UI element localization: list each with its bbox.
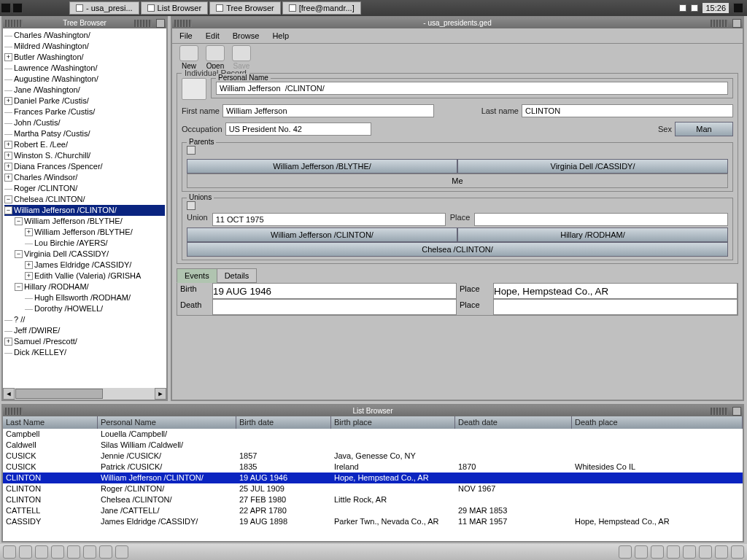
tree-item[interactable]: +Butler /Washington/ bbox=[4, 52, 165, 63]
table-row[interactable]: CATTELLJane /CATTELL/22 APR 178029 MAR 1… bbox=[3, 505, 743, 516]
launcher-icon[interactable] bbox=[67, 545, 80, 559]
launcher-icon[interactable] bbox=[51, 545, 64, 559]
launcher-icon[interactable] bbox=[19, 545, 32, 559]
tab-events[interactable]: Events bbox=[177, 268, 217, 283]
personal-name-input[interactable] bbox=[216, 82, 728, 95]
table-row[interactable]: CLINTONChelsea /CLINTON/27 FEB 1980Littl… bbox=[3, 494, 743, 505]
unions-checkbox[interactable] bbox=[187, 201, 196, 210]
tray-icon[interactable] bbox=[715, 545, 728, 559]
task-item[interactable]: [free@mandr...] bbox=[282, 1, 361, 15]
column-header[interactable]: Birth place bbox=[331, 416, 455, 429]
expand-icon[interactable]: + bbox=[25, 272, 33, 280]
tree-item[interactable]: —Lawrence /Washington/ bbox=[4, 63, 165, 74]
union-date-input[interactable] bbox=[212, 213, 446, 226]
tree-item[interactable]: —Augustine /Washington/ bbox=[4, 74, 165, 85]
expand-icon[interactable]: + bbox=[25, 228, 33, 236]
tree-item[interactable]: −Chelsea /CLINTON/ bbox=[4, 194, 165, 205]
tray-icon[interactable] bbox=[651, 545, 664, 559]
death-date-input[interactable] bbox=[212, 299, 457, 315]
task-item[interactable]: Tree Browser bbox=[209, 1, 281, 15]
collapse-icon[interactable]: − bbox=[15, 217, 23, 225]
collapse-icon[interactable]: − bbox=[15, 250, 23, 258]
menu-browse[interactable]: Browse bbox=[233, 31, 260, 40]
tray-icon[interactable] bbox=[699, 545, 712, 559]
tree-item[interactable]: —Mildred /Washington/ bbox=[4, 41, 165, 52]
close-icon[interactable] bbox=[732, 19, 741, 28]
table-row[interactable]: CASSIDYJames Eldridge /CASSIDY/19 AUG 18… bbox=[3, 516, 743, 527]
launcher-icon[interactable] bbox=[99, 545, 112, 559]
table-row[interactable]: CampbellLouella /Campbell/ bbox=[3, 429, 743, 440]
collapse-icon[interactable]: − bbox=[15, 283, 23, 291]
column-header[interactable]: Death date bbox=[455, 416, 572, 429]
list-rows[interactable]: CampbellLouella /Campbell/CaldwellSilas … bbox=[3, 429, 743, 527]
tray-icon[interactable] bbox=[731, 545, 744, 559]
mother-button[interactable]: Virginia Dell /CASSIDY/ bbox=[457, 159, 728, 174]
tray-icon[interactable] bbox=[683, 545, 696, 559]
table-row[interactable]: CLINTONRoger /CLINTON/25 JUL 1909NOV 196… bbox=[3, 483, 743, 494]
tray-icon[interactable] bbox=[635, 545, 648, 559]
launcher-icon[interactable] bbox=[3, 545, 16, 559]
pager-icon[interactable] bbox=[12, 3, 23, 13]
menu-file[interactable]: File bbox=[179, 31, 193, 40]
tree-item[interactable]: +Samuel /Prescott/ bbox=[4, 336, 165, 347]
spouse-button[interactable]: Hillary /RODHAM/ bbox=[457, 228, 728, 242]
tree-item[interactable]: +Robert E. /Lee/ bbox=[4, 139, 165, 150]
tree-item[interactable]: —Dorothy /HOWELL/ bbox=[4, 303, 165, 314]
tree-item[interactable]: −Virginia Dell /CASSIDY/ bbox=[4, 249, 165, 260]
minimize-icon[interactable] bbox=[156, 19, 165, 28]
tree-item[interactable]: +Winston S. /Churchill/ bbox=[4, 150, 165, 161]
tree-item[interactable]: —Hugh Ellsworth /RODHAM/ bbox=[4, 292, 165, 303]
menu-help[interactable]: Help bbox=[272, 31, 289, 40]
pager-icon[interactable] bbox=[1, 3, 11, 13]
father-button[interactable]: William Jefferson /BLYTHE/ bbox=[187, 159, 457, 174]
tree-item[interactable]: +Daniel Parke /Custis/ bbox=[4, 96, 165, 106]
tree-item[interactable]: —John /Custis/ bbox=[4, 117, 165, 128]
titlebar[interactable]: Tree Browser bbox=[3, 18, 166, 28]
tray-icon[interactable] bbox=[619, 545, 632, 559]
child-button[interactable]: Chelsea /CLINTON/ bbox=[187, 242, 728, 257]
tree-item[interactable]: −William Jefferson /BLYTHE/ bbox=[4, 216, 165, 227]
tree-item[interactable]: +Edith Vallie (Valeria) /GRISHA bbox=[4, 271, 165, 281]
death-place-input[interactable] bbox=[493, 299, 738, 315]
tree-item[interactable]: —Lou Birchie /AYERS/ bbox=[4, 238, 165, 249]
tree-item[interactable]: +William Jefferson /BLYTHE/ bbox=[4, 227, 165, 238]
tree-item[interactable]: +James Eldridge /CASSIDY/ bbox=[4, 260, 165, 271]
tree-list[interactable]: —Charles /Washington/—Mildred /Washingto… bbox=[3, 28, 166, 359]
table-row[interactable]: CLINTONWilliam Jefferson /CLINTON/19 AUG… bbox=[3, 472, 743, 483]
column-header[interactable]: Personal Name bbox=[98, 416, 236, 429]
table-row[interactable]: CUSICKJennie /CUSICK/1857Java, Genesse C… bbox=[3, 451, 743, 462]
tree-item[interactable]: —Dick /KELLEY/ bbox=[4, 347, 165, 358]
spouse-button[interactable]: William Jefferson /CLINTON/ bbox=[187, 228, 457, 242]
launcher-icon[interactable] bbox=[115, 545, 128, 559]
scroll-left-icon[interactable]: ◄ bbox=[3, 388, 15, 400]
launcher-icon[interactable] bbox=[35, 545, 48, 559]
tab-details[interactable]: Details bbox=[217, 268, 258, 283]
tray-icon[interactable] bbox=[691, 4, 698, 12]
menu-edit[interactable]: Edit bbox=[206, 31, 220, 40]
first-name-input[interactable] bbox=[222, 104, 434, 117]
task-item[interactable]: - usa_presi... bbox=[69, 1, 139, 15]
table-row[interactable]: CUSICKPatrick /CUSICK/1835Ireland1870Whi… bbox=[3, 462, 743, 472]
launcher-icon[interactable] bbox=[83, 545, 96, 559]
tree-item[interactable]: +Charles /Windsor/ bbox=[4, 172, 165, 183]
tray-icon[interactable] bbox=[679, 4, 686, 12]
tree-item[interactable]: −Hillary /RODHAM/ bbox=[4, 281, 165, 292]
parents-checkbox[interactable] bbox=[187, 146, 196, 155]
expand-icon[interactable]: + bbox=[4, 338, 12, 346]
occupation-input[interactable] bbox=[225, 122, 371, 136]
tree-item[interactable]: —Martha Patsy /Custis/ bbox=[4, 128, 165, 139]
expand-icon[interactable]: + bbox=[4, 152, 12, 160]
birth-place-input[interactable] bbox=[493, 283, 738, 299]
column-header[interactable]: Death place bbox=[572, 416, 743, 429]
tree-item[interactable]: —Charles /Washington/ bbox=[4, 30, 165, 41]
expand-icon[interactable]: + bbox=[4, 174, 12, 182]
tree-item[interactable]: —Frances Parke /Custis/ bbox=[4, 106, 165, 117]
scroll-right-icon[interactable]: ► bbox=[155, 388, 166, 400]
expand-icon[interactable]: + bbox=[4, 53, 12, 61]
minimize-icon[interactable] bbox=[732, 407, 741, 416]
sex-select[interactable]: Man bbox=[675, 122, 733, 136]
new-button[interactable]: New bbox=[179, 45, 198, 70]
tree-item[interactable]: —Jane /Washington/ bbox=[4, 85, 165, 96]
open-button[interactable]: Open bbox=[206, 45, 225, 70]
collapse-icon[interactable]: − bbox=[4, 206, 12, 214]
